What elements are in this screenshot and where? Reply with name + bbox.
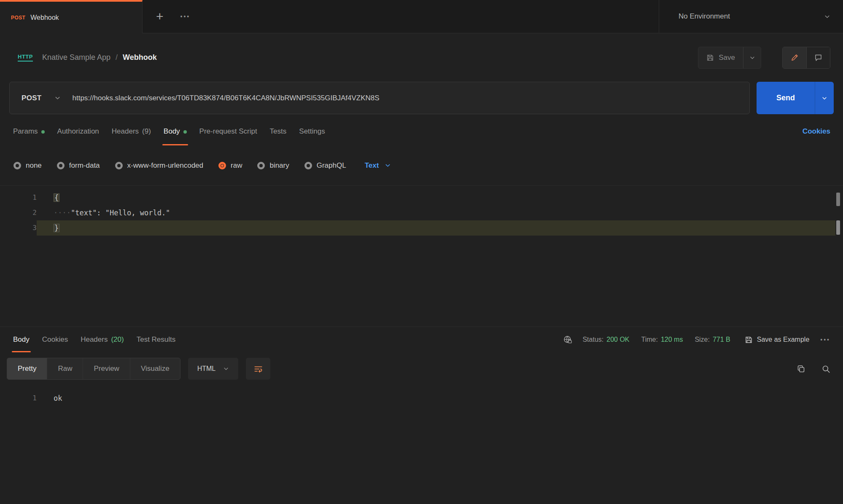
body-type-raw-label: raw bbox=[231, 161, 242, 170]
tab-tests[interactable]: Tests bbox=[264, 118, 293, 145]
chevron-down-icon bbox=[821, 95, 827, 101]
comments-button[interactable] bbox=[806, 47, 830, 68]
response-meta: Status: 200 OK Time: 120 ms Size: 771 B … bbox=[563, 327, 830, 352]
send-options-button[interactable] bbox=[815, 82, 834, 114]
status-label: Status: bbox=[582, 336, 603, 343]
tab-authorization-label: Authorization bbox=[57, 127, 99, 136]
save-as-example-button[interactable]: Save as Example bbox=[745, 336, 810, 344]
response-tab-headers[interactable]: Headers (20) bbox=[74, 327, 130, 352]
copy-icon bbox=[797, 365, 805, 373]
line-number: 3 bbox=[0, 220, 37, 236]
time-indicator: Time: 120 ms bbox=[641, 336, 683, 343]
tab-settings-label: Settings bbox=[299, 127, 325, 136]
view-mode-raw[interactable]: Raw bbox=[47, 358, 83, 379]
line-number: 1 bbox=[0, 190, 37, 205]
raw-format-label: Text bbox=[365, 161, 379, 170]
response-format-selector[interactable]: HTML bbox=[188, 358, 239, 380]
tab-actions: + ••• bbox=[143, 0, 204, 33]
body-type-raw[interactable]: raw bbox=[218, 161, 242, 170]
url-input[interactable] bbox=[73, 94, 750, 102]
search-response-button[interactable] bbox=[821, 365, 830, 373]
body-type-bar: none form-data x-www-form-urlencoded raw… bbox=[0, 145, 843, 185]
chevron-down-icon bbox=[385, 162, 391, 169]
method-selector[interactable]: POST bbox=[10, 94, 73, 102]
response-format-label: HTML bbox=[197, 365, 216, 373]
search-icon bbox=[821, 365, 830, 373]
pencil-icon bbox=[791, 54, 799, 62]
tab-pre-request-script[interactable]: Pre-request Script bbox=[193, 118, 264, 145]
response-more-options-button[interactable]: ••• bbox=[820, 336, 830, 343]
bracket-match: { bbox=[54, 193, 59, 202]
view-mode-switcher: Pretty Raw Preview Visualize bbox=[7, 358, 180, 380]
header-actions: Save bbox=[698, 47, 830, 69]
body-type-graphql[interactable]: GraphQL bbox=[304, 161, 346, 170]
response-tab-test-results[interactable]: Test Results bbox=[130, 327, 182, 352]
breadcrumb-separator: / bbox=[116, 53, 118, 62]
tab-headers-label: Headers bbox=[112, 127, 139, 136]
chevron-down-icon bbox=[749, 55, 755, 61]
view-mode-pretty[interactable]: Pretty bbox=[7, 358, 47, 379]
response-tab-cookies[interactable]: Cookies bbox=[36, 327, 74, 352]
raw-format-selector[interactable]: Text bbox=[365, 161, 391, 170]
response-tab-body[interactable]: Body bbox=[7, 327, 36, 352]
body-type-none[interactable]: none bbox=[13, 161, 42, 170]
environment-label: No Environment bbox=[679, 12, 730, 21]
response-tab-cookies-label: Cookies bbox=[42, 335, 68, 344]
send-button-label: Send bbox=[776, 94, 795, 102]
response-body-viewer[interactable]: 1 ok bbox=[0, 385, 843, 406]
line-number: 1 bbox=[0, 390, 37, 406]
send-button[interactable]: Send bbox=[757, 82, 815, 114]
time-value: 120 ms bbox=[661, 336, 683, 343]
editor-line-highlighted: 3 } bbox=[0, 220, 843, 236]
editor-line: 1 { bbox=[0, 190, 843, 205]
breadcrumb-request-name[interactable]: Webhook bbox=[123, 53, 157, 62]
url-container: POST bbox=[9, 82, 750, 114]
radio-icon bbox=[13, 162, 21, 169]
tab-bar: POST Webhook + ••• No Environment bbox=[0, 0, 843, 33]
bracket-match: } bbox=[54, 224, 59, 232]
wrap-lines-button[interactable] bbox=[246, 358, 270, 380]
tab-body-label: Body bbox=[164, 127, 180, 136]
view-mode-preview-label: Preview bbox=[94, 365, 119, 373]
new-tab-button[interactable]: + bbox=[156, 10, 164, 23]
environment-selector[interactable]: No Environment bbox=[659, 0, 843, 33]
tab-authorization[interactable]: Authorization bbox=[51, 118, 105, 145]
request-body-editor[interactable]: 1 { 2 ····"text": "Hello, world." 3 } bbox=[0, 185, 843, 327]
request-header: HTTP Knative Sample App / Webhook Save bbox=[0, 33, 843, 82]
request-tab-webhook[interactable]: POST Webhook bbox=[0, 0, 143, 33]
response-tabs: Body Cookies Headers (20) Test Results S… bbox=[0, 327, 843, 352]
network-globe-icon[interactable] bbox=[563, 335, 572, 344]
body-type-form-data[interactable]: form-data bbox=[57, 161, 100, 170]
view-mode-visualize[interactable]: Visualize bbox=[130, 358, 180, 379]
body-type-binary-label: binary bbox=[269, 161, 289, 170]
tab-headers[interactable]: Headers (9) bbox=[105, 118, 157, 145]
edit-request-button[interactable] bbox=[783, 47, 806, 68]
view-mode-pretty-label: Pretty bbox=[18, 365, 36, 373]
save-options-button[interactable] bbox=[743, 47, 761, 68]
cookies-link-label: Cookies bbox=[803, 127, 830, 136]
view-mode-preview[interactable]: Preview bbox=[83, 358, 129, 379]
code-line: { bbox=[37, 190, 835, 205]
breadcrumb: Knative Sample App / Webhook bbox=[42, 53, 157, 62]
status-indicator: Status: 200 OK bbox=[582, 336, 629, 343]
save-icon bbox=[745, 336, 753, 344]
save-button[interactable]: Save bbox=[698, 47, 743, 68]
url-bar: POST Send bbox=[9, 82, 834, 114]
method-label: POST bbox=[22, 94, 42, 102]
cookies-link[interactable]: Cookies bbox=[803, 118, 830, 145]
save-as-example-label: Save as Example bbox=[757, 336, 810, 343]
copy-response-button[interactable] bbox=[797, 365, 805, 373]
breadcrumb-collection[interactable]: Knative Sample App bbox=[42, 53, 110, 62]
modified-dot bbox=[183, 130, 187, 134]
tab-pre-request-script-label: Pre-request Script bbox=[199, 127, 257, 136]
http-protocol-icon: HTTP bbox=[18, 54, 33, 62]
size-label: Size: bbox=[695, 336, 710, 343]
tab-params[interactable]: Params bbox=[7, 118, 51, 145]
tab-settings[interactable]: Settings bbox=[293, 118, 331, 145]
tab-body[interactable]: Body bbox=[157, 118, 193, 145]
code-line: ····"text": "Hello, world." bbox=[37, 205, 835, 220]
body-type-urlencoded[interactable]: x-www-form-urlencoded bbox=[115, 161, 203, 170]
more-tabs-button[interactable]: ••• bbox=[180, 13, 191, 20]
request-tabs: Params Authorization Headers (9) Body Pr… bbox=[0, 114, 843, 145]
body-type-binary[interactable]: binary bbox=[257, 161, 289, 170]
